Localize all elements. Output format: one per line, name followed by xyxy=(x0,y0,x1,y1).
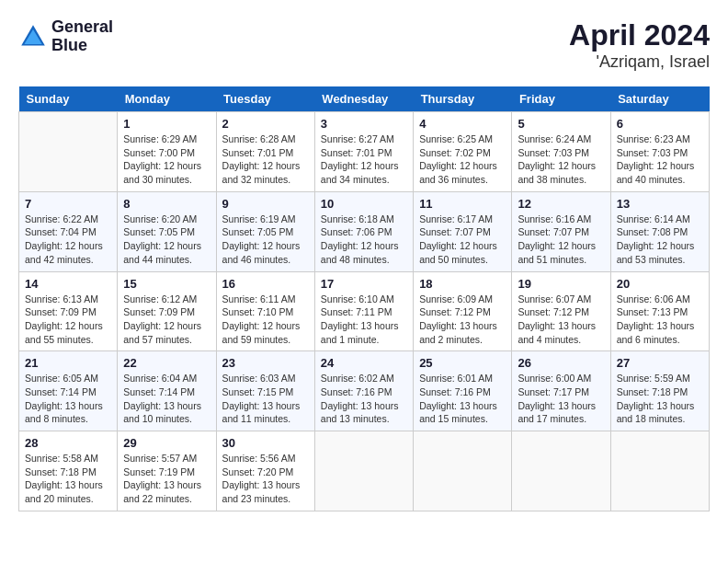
header-row: SundayMondayTuesdayWednesdayThursdayFrid… xyxy=(19,86,710,112)
week-row-4: 21 Sunrise: 6:05 AMSunset: 7:14 PMDaylig… xyxy=(19,351,710,431)
day-cell: 2 Sunrise: 6:28 AMSunset: 7:01 PMDayligh… xyxy=(216,112,314,192)
day-number: 25 xyxy=(419,356,506,370)
day-number: 28 xyxy=(25,436,111,450)
day-cell: 8 Sunrise: 6:20 AMSunset: 7:05 PMDayligh… xyxy=(118,191,216,271)
day-detail: Sunrise: 5:59 AMSunset: 7:18 PMDaylight:… xyxy=(617,372,703,426)
day-detail: Sunrise: 6:04 AMSunset: 7:14 PMDaylight:… xyxy=(123,372,210,426)
day-cell: 19 Sunrise: 6:07 AMSunset: 7:12 PMDaylig… xyxy=(512,271,610,351)
day-detail: Sunrise: 6:07 AMSunset: 7:12 PMDaylight:… xyxy=(518,293,604,347)
week-row-1: 1 Sunrise: 6:29 AMSunset: 7:00 PMDayligh… xyxy=(19,112,710,192)
day-number: 29 xyxy=(123,436,210,450)
day-detail: Sunrise: 6:12 AMSunset: 7:09 PMDaylight:… xyxy=(123,293,210,347)
day-number: 20 xyxy=(617,277,703,291)
day-detail: Sunrise: 6:18 AMSunset: 7:06 PMDaylight:… xyxy=(321,213,407,267)
day-detail: Sunrise: 6:27 AMSunset: 7:01 PMDaylight:… xyxy=(321,132,407,187)
logo: General Blue xyxy=(18,18,113,55)
day-number: 1 xyxy=(123,117,210,131)
day-number: 14 xyxy=(25,277,111,291)
day-cell: 11 Sunrise: 6:17 AMSunset: 7:07 PMDaylig… xyxy=(414,191,512,271)
day-detail: Sunrise: 6:25 AMSunset: 7:02 PMDaylight:… xyxy=(419,132,506,187)
day-number: 27 xyxy=(617,356,703,370)
day-detail: Sunrise: 6:10 AMSunset: 7:11 PMDaylight:… xyxy=(321,293,407,347)
day-detail: Sunrise: 5:58 AMSunset: 7:18 PMDaylight:… xyxy=(25,452,111,506)
location: 'Azriqam, Israel xyxy=(569,52,710,72)
day-header-sunday: Sunday xyxy=(19,86,118,112)
day-cell: 22 Sunrise: 6:04 AMSunset: 7:14 PMDaylig… xyxy=(118,351,216,431)
day-cell: 17 Sunrise: 6:10 AMSunset: 7:11 PMDaylig… xyxy=(314,271,413,351)
day-cell: 26 Sunrise: 6:00 AMSunset: 7:17 PMDaylig… xyxy=(512,351,610,431)
day-cell: 5 Sunrise: 6:24 AMSunset: 7:03 PMDayligh… xyxy=(512,112,610,192)
day-detail: Sunrise: 5:57 AMSunset: 7:19 PMDaylight:… xyxy=(123,452,210,506)
day-cell xyxy=(512,431,610,511)
week-row-2: 7 Sunrise: 6:22 AMSunset: 7:04 PMDayligh… xyxy=(19,191,710,271)
day-number: 24 xyxy=(321,356,407,370)
day-number: 13 xyxy=(617,197,703,211)
day-cell: 12 Sunrise: 6:16 AMSunset: 7:07 PMDaylig… xyxy=(512,191,610,271)
day-number: 16 xyxy=(222,277,309,291)
day-header-friday: Friday xyxy=(512,86,610,112)
day-detail: Sunrise: 6:03 AMSunset: 7:15 PMDaylight:… xyxy=(222,372,309,426)
day-cell: 10 Sunrise: 6:18 AMSunset: 7:06 PMDaylig… xyxy=(314,191,413,271)
title-block: April 2024 'Azriqam, Israel xyxy=(569,18,710,72)
day-cell: 30 Sunrise: 5:56 AMSunset: 7:20 PMDaylig… xyxy=(216,431,314,511)
day-number: 12 xyxy=(518,197,604,211)
day-number: 3 xyxy=(321,117,407,131)
day-detail: Sunrise: 6:24 AMSunset: 7:03 PMDaylight:… xyxy=(518,132,604,187)
day-cell: 16 Sunrise: 6:11 AMSunset: 7:10 PMDaylig… xyxy=(216,271,314,351)
day-detail: Sunrise: 6:02 AMSunset: 7:16 PMDaylight:… xyxy=(321,372,407,426)
day-detail: Sunrise: 6:01 AMSunset: 7:16 PMDaylight:… xyxy=(419,372,506,426)
day-detail: Sunrise: 6:28 AMSunset: 7:01 PMDaylight:… xyxy=(222,132,309,187)
day-number: 19 xyxy=(518,277,604,291)
day-number: 2 xyxy=(222,117,309,131)
day-detail: Sunrise: 6:23 AMSunset: 7:03 PMDaylight:… xyxy=(617,132,703,187)
day-number: 6 xyxy=(617,117,703,131)
day-number: 22 xyxy=(123,356,210,370)
day-cell: 14 Sunrise: 6:13 AMSunset: 7:09 PMDaylig… xyxy=(19,271,118,351)
day-cell: 24 Sunrise: 6:02 AMSunset: 7:16 PMDaylig… xyxy=(314,351,413,431)
day-detail: Sunrise: 6:09 AMSunset: 7:12 PMDaylight:… xyxy=(419,293,506,347)
day-cell: 20 Sunrise: 6:06 AMSunset: 7:13 PMDaylig… xyxy=(610,271,709,351)
day-number: 23 xyxy=(222,356,309,370)
logo-text: General Blue xyxy=(51,18,113,55)
day-number: 18 xyxy=(419,277,506,291)
day-cell: 29 Sunrise: 5:57 AMSunset: 7:19 PMDaylig… xyxy=(118,431,216,511)
day-cell: 3 Sunrise: 6:27 AMSunset: 7:01 PMDayligh… xyxy=(314,112,413,192)
day-number: 26 xyxy=(518,356,604,370)
day-cell xyxy=(610,431,709,511)
day-number: 10 xyxy=(321,197,407,211)
day-cell: 18 Sunrise: 6:09 AMSunset: 7:12 PMDaylig… xyxy=(414,271,512,351)
day-cell xyxy=(414,431,512,511)
day-detail: Sunrise: 6:06 AMSunset: 7:13 PMDaylight:… xyxy=(617,293,703,347)
day-detail: Sunrise: 6:20 AMSunset: 7:05 PMDaylight:… xyxy=(123,213,210,267)
day-cell: 7 Sunrise: 6:22 AMSunset: 7:04 PMDayligh… xyxy=(19,191,118,271)
day-cell: 13 Sunrise: 6:14 AMSunset: 7:08 PMDaylig… xyxy=(610,191,709,271)
day-detail: Sunrise: 5:56 AMSunset: 7:20 PMDaylight:… xyxy=(222,452,309,506)
day-cell: 1 Sunrise: 6:29 AMSunset: 7:00 PMDayligh… xyxy=(118,112,216,192)
day-number: 7 xyxy=(25,197,111,211)
day-cell xyxy=(19,112,118,192)
day-number: 4 xyxy=(419,117,506,131)
day-header-tuesday: Tuesday xyxy=(216,86,314,112)
day-cell xyxy=(314,431,413,511)
day-detail: Sunrise: 6:05 AMSunset: 7:14 PMDaylight:… xyxy=(25,372,111,426)
page-header: General Blue April 2024 'Azriqam, Israel xyxy=(18,18,710,72)
calendar-table: SundayMondayTuesdayWednesdayThursdayFrid… xyxy=(18,86,710,511)
day-number: 30 xyxy=(222,436,309,450)
day-detail: Sunrise: 6:14 AMSunset: 7:08 PMDaylight:… xyxy=(617,213,703,267)
day-detail: Sunrise: 6:17 AMSunset: 7:07 PMDaylight:… xyxy=(419,213,506,267)
day-cell: 15 Sunrise: 6:12 AMSunset: 7:09 PMDaylig… xyxy=(118,271,216,351)
day-cell: 21 Sunrise: 6:05 AMSunset: 7:14 PMDaylig… xyxy=(19,351,118,431)
day-cell: 9 Sunrise: 6:19 AMSunset: 7:05 PMDayligh… xyxy=(216,191,314,271)
day-cell: 4 Sunrise: 6:25 AMSunset: 7:02 PMDayligh… xyxy=(414,112,512,192)
day-detail: Sunrise: 6:29 AMSunset: 7:00 PMDaylight:… xyxy=(123,132,210,187)
day-detail: Sunrise: 6:00 AMSunset: 7:17 PMDaylight:… xyxy=(518,372,604,426)
day-detail: Sunrise: 6:22 AMSunset: 7:04 PMDaylight:… xyxy=(25,213,111,267)
day-number: 15 xyxy=(123,277,210,291)
day-detail: Sunrise: 6:11 AMSunset: 7:10 PMDaylight:… xyxy=(222,293,309,347)
week-row-3: 14 Sunrise: 6:13 AMSunset: 7:09 PMDaylig… xyxy=(19,271,710,351)
day-number: 5 xyxy=(518,117,604,131)
month-year: April 2024 xyxy=(569,18,710,52)
day-cell: 27 Sunrise: 5:59 AMSunset: 7:18 PMDaylig… xyxy=(610,351,709,431)
week-row-5: 28 Sunrise: 5:58 AMSunset: 7:18 PMDaylig… xyxy=(19,431,710,511)
day-number: 9 xyxy=(222,197,309,211)
